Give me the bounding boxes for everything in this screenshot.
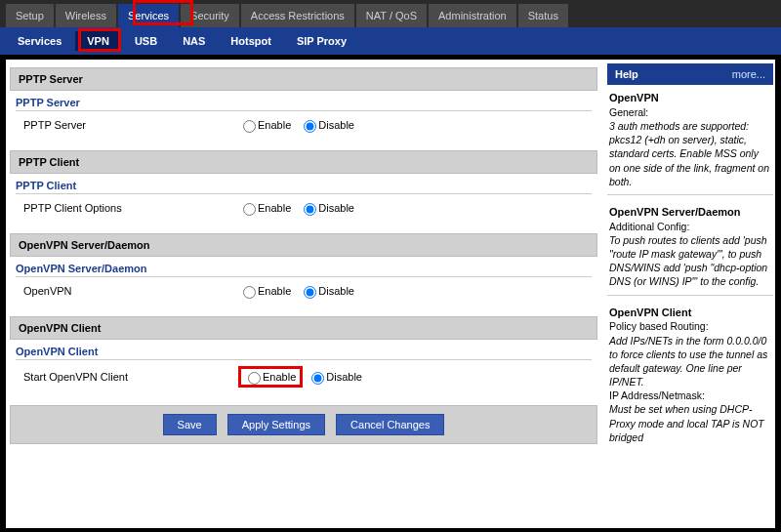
subtab-sip-proxy[interactable]: SIP Proxy [285,31,358,51]
help-ovpnclient-text: Add IPs/NETs in the form 0.0.0.0/0 to fo… [609,335,767,389]
button-bar: Save Apply Settings Cancel Changes [10,405,597,444]
openvpn-enable[interactable]: Enable [238,283,291,299]
section-openvpn-server: OpenVPN Server/Daemon [10,233,597,257]
save-button[interactable]: Save [163,414,217,435]
openvpn-client-disable[interactable]: Disable [307,369,362,385]
highlight-services-tab [133,0,193,25]
main-panel: PPTP Server PPTP Server PPTP Server Enab… [6,60,601,528]
subtab-usb[interactable]: USB [123,31,169,51]
tab-wireless[interactable]: Wireless [56,4,116,27]
pptp-client-disable[interactable]: Disable [299,200,354,216]
subheader-openvpn-server: OpenVPN Server/Daemon [16,263,592,277]
label-pptp-server: PPTP Server [23,119,238,131]
cancel-changes-button[interactable]: Cancel Changes [336,414,444,435]
disable-text: Disable [318,202,354,214]
pptp-server-enable[interactable]: Enable [238,117,291,133]
help-panel: Help more... OpenVPN General: 3 auth met… [601,60,775,528]
apply-settings-button[interactable]: Apply Settings [227,414,325,435]
subheader-pptp-server: PPTP Server [16,97,592,111]
subtab-services[interactable]: Services [6,31,73,51]
tab-status[interactable]: Status [518,4,568,27]
help-ovpnclient-title: OpenVPN Client [609,307,691,318]
pptp-client-enable[interactable]: Enable [238,200,291,216]
help-openvpn-sub: General: [609,106,648,118]
label-openvpn: OpenVPN [23,285,238,297]
enable-text: Enable [263,371,296,383]
disable-text: Disable [318,285,354,297]
section-pptp-server: PPTP Server [10,67,597,91]
help-openvpn-title: OpenVPN [609,92,659,103]
subtab-nas[interactable]: NAS [171,31,217,51]
tab-nat-qos[interactable]: NAT / QoS [356,4,427,27]
enable-text: Enable [258,119,291,131]
label-pptp-client: PPTP Client Options [23,202,238,214]
subheader-openvpn-client: OpenVPN Client [16,346,592,360]
enable-text: Enable [258,202,291,214]
section-openvpn-client: OpenVPN Client [10,316,597,340]
disable-text: Disable [326,371,362,383]
help-ovpnserver-title: OpenVPN Server/Daemon [609,206,741,218]
tab-administration[interactable]: Administration [429,4,516,27]
subheader-pptp-client: PPTP Client [16,180,592,194]
enable-text: Enable [258,285,291,297]
help-openvpn-text: 3 auth methods are supported: pkcs12 (+d… [609,120,769,187]
tab-setup[interactable]: Setup [6,4,54,27]
help-ovpnclient-sub: Policy based Routing: [609,320,709,332]
highlight-enable-option: Enable [238,366,303,388]
help-title: Help [615,68,638,80]
help-ovpnserver-text: To push routes to clients add 'push "rou… [609,234,767,288]
help-more-link[interactable]: more... [732,68,765,80]
help-ovpnclient-text2: Must be set when using DHCP-Proxy mode a… [609,403,764,442]
pptp-server-disable[interactable]: Disable [299,117,354,133]
subtab-hotspot[interactable]: Hotspot [219,31,283,51]
help-ovpnclient-sub2: IP Address/Netmask: [609,389,705,401]
top-tabs: Setup Wireless Services Security Access … [0,0,781,27]
help-ovpnserver-sub: Additional Config: [609,221,689,232]
label-start-openvpn-client: Start OpenVPN Client [23,371,238,383]
section-pptp-client: PPTP Client [10,150,597,174]
highlight-vpn-subtab [78,28,121,52]
disable-text: Disable [318,119,354,131]
tab-access-restrictions[interactable]: Access Restrictions [241,4,354,27]
openvpn-disable[interactable]: Disable [299,283,354,299]
openvpn-client-enable[interactable]: Enable [243,369,296,385]
